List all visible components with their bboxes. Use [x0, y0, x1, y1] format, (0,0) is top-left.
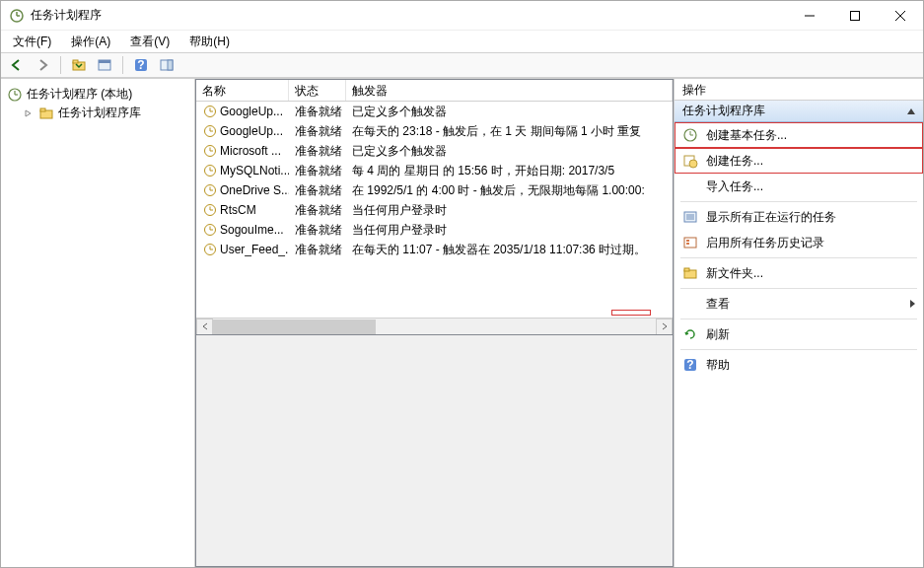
close-button[interactable] [878, 1, 923, 30]
action-new-folder[interactable]: 新文件夹... [675, 260, 923, 286]
toolbar-properties-button[interactable] [93, 54, 116, 76]
blank-icon [682, 296, 698, 312]
task-trigger: 在每天的 11:07 - 触发器在 2035/1/18 11:07:36 时过期… [346, 242, 673, 258]
svg-rect-14 [168, 60, 173, 70]
forward-button[interactable] [31, 54, 54, 76]
clock-icon [202, 182, 218, 198]
action-view[interactable]: 查看 [675, 291, 923, 317]
action-help[interactable]: ? 帮助 [675, 352, 923, 378]
task-row[interactable]: OneDrive S...准备就绪在 1992/5/1 的 4:00 时 - 触… [196, 180, 673, 200]
task-trigger: 当任何用户登录时 [346, 222, 673, 239]
task-row[interactable]: MySQLNoti...准备就绪每 4 周的 星期日 的 15:56 时，开始日… [196, 161, 673, 180]
task-trigger: 已定义多个触发器 [346, 104, 673, 120]
action-refresh[interactable]: 刷新 [675, 321, 923, 347]
task-status: 准备就绪 [289, 222, 346, 239]
action-separator [680, 201, 917, 202]
task-row[interactable]: SogouIme...准备就绪当任何用户登录时 [196, 220, 673, 240]
task-name: RtsCM [220, 203, 256, 217]
svg-rect-55 [686, 243, 689, 245]
scroll-thumb[interactable] [213, 320, 376, 334]
window-controls [787, 1, 923, 30]
clock-icon [202, 104, 218, 119]
col-header-name[interactable]: 名称 [196, 80, 289, 101]
menu-help[interactable]: 帮助(H) [181, 32, 238, 52]
menu-file[interactable]: 文件(F) [5, 32, 59, 52]
task-trigger: 当任何用户登录时 [346, 202, 673, 219]
task-name: GoogleUp... [220, 124, 283, 138]
svg-text:?: ? [686, 358, 693, 372]
action-separator [680, 319, 917, 320]
clock-icon [202, 242, 218, 257]
task-name: Microsoft ... [220, 144, 281, 158]
task-status: 准备就绪 [289, 202, 346, 219]
tree-pane: 任务计划程序 (本地) 任务计划程序库 [1, 79, 195, 567]
scroll-right-button[interactable] [656, 319, 673, 335]
toolbar-panel-button[interactable] [155, 54, 178, 76]
svg-rect-10 [99, 60, 110, 63]
back-button[interactable] [5, 54, 29, 76]
highlight-marker [611, 310, 651, 316]
task-row[interactable]: User_Feed_...准备就绪在每天的 11:07 - 触发器在 2035/… [196, 240, 673, 259]
create-basic-task-icon [682, 127, 698, 143]
scroll-track[interactable] [213, 319, 656, 335]
clock-icon [202, 163, 218, 178]
tree-library-node[interactable]: 任务计划程序库 [5, 104, 190, 122]
blank-icon [682, 178, 698, 194]
actions-list: 创建基本任务... 创建任务... 导入任务... 显示所有正在运行的任务 [675, 122, 923, 567]
minimize-button[interactable] [787, 1, 832, 30]
task-trigger: 每 4 周的 星期日 的 15:56 时，开始日期: 2017/3/5 [346, 163, 673, 179]
toolbar-folder-button[interactable] [67, 54, 91, 76]
tree-library-label: 任务计划程序库 [58, 105, 141, 121]
task-row[interactable]: Microsoft ...准备就绪已定义多个触发器 [196, 141, 673, 161]
action-label: 导入任务... [706, 178, 915, 195]
toolbar-separator [122, 56, 123, 74]
task-list-header: 名称 状态 触发器 [196, 80, 673, 102]
task-trigger: 已定义多个触发器 [346, 143, 673, 160]
scroll-left-button[interactable] [196, 319, 213, 335]
action-enable-history[interactable]: 启用所有任务历史记录 [675, 230, 923, 255]
task-status: 准备就绪 [289, 242, 346, 258]
task-trigger: 在 1992/5/1 的 4:00 时 - 触发后，无限期地每隔 1.00:00… [346, 182, 673, 199]
svg-rect-53 [684, 238, 696, 248]
col-header-status[interactable]: 状态 [289, 80, 346, 101]
task-name: MySQLNoti... [220, 164, 289, 178]
menu-action[interactable]: 操作(A) [63, 32, 118, 52]
action-label: 新文件夹... [706, 265, 915, 282]
action-create-basic-task[interactable]: 创建基本任务... [675, 122, 923, 148]
action-label: 帮助 [706, 357, 915, 374]
task-scheduler-window: 任务计划程序 文件(F) 操作(A) 查看(V) 帮助(H) ? 任务计划程序 … [0, 0, 924, 568]
clock-icon [7, 87, 23, 103]
horizontal-scrollbar[interactable] [196, 318, 673, 334]
task-name: User_Feed_... [220, 243, 289, 256]
task-row[interactable]: RtsCM准备就绪当任何用户登录时 [196, 200, 673, 220]
task-row[interactable]: GoogleUp...准备就绪已定义多个触发器 [196, 102, 673, 121]
task-row[interactable]: GoogleUp...准备就绪在每天的 23:18 - 触发后，在 1 天 期间… [196, 121, 673, 141]
help-icon: ? [682, 357, 698, 373]
action-label: 查看 [706, 296, 902, 313]
task-trigger: 在每天的 23:18 - 触发后，在 1 天 期间每隔 1 小时 重复 [346, 123, 673, 140]
action-label: 创建任务... [706, 153, 915, 170]
detail-panel [195, 335, 674, 567]
task-status: 准备就绪 [289, 182, 346, 199]
tree-expander[interactable] [23, 107, 35, 119]
main-area: 任务计划程序 (本地) 任务计划程序库 名称 状态 触发器 Goog [1, 78, 923, 567]
action-create-task[interactable]: 创建任务... [675, 148, 923, 174]
action-show-running[interactable]: 显示所有正在运行的任务 [675, 204, 923, 230]
window-title: 任务计划程序 [31, 7, 787, 24]
menu-view[interactable]: 查看(V) [122, 32, 178, 52]
col-header-trigger[interactable]: 触发器 [346, 80, 673, 101]
action-import-task[interactable]: 导入任务... [675, 174, 923, 199]
task-status: 准备就绪 [289, 104, 346, 120]
titlebar: 任务计划程序 [1, 1, 923, 31]
clock-icon [202, 222, 218, 238]
maximize-button[interactable] [832, 1, 878, 30]
task-status: 准备就绪 [289, 163, 346, 179]
task-list: 名称 状态 触发器 GoogleUp...准备就绪已定义多个触发器GoogleU… [195, 79, 674, 335]
submenu-arrow-icon [910, 300, 915, 308]
history-icon [682, 235, 698, 250]
tree-root-node[interactable]: 任务计划程序 (本地) [5, 85, 190, 104]
svg-text:?: ? [137, 58, 144, 72]
toolbar-help-button[interactable]: ? [129, 54, 153, 76]
app-icon [9, 8, 25, 24]
actions-section-header[interactable]: 任务计划程序库 [675, 101, 923, 122]
